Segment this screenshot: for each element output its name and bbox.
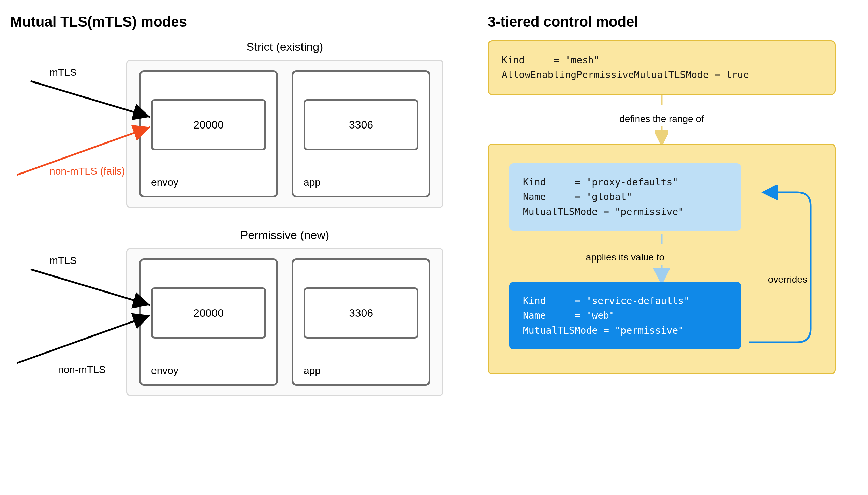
app-label-strict: app: [304, 177, 321, 188]
app-port-permissive: 3306: [304, 287, 418, 339]
app-port-strict: 3306: [304, 99, 418, 150]
arrow-mtls-label-permissive: mTLS: [49, 254, 77, 267]
pod-strict: 20000 envoy 3306 app: [126, 60, 443, 208]
right-title: 3-tiered control model: [488, 14, 836, 30]
service-defaults-box: Kind = "service-defaults" Name = "web" M…: [509, 282, 741, 349]
envoy-port-strict: 20000: [151, 99, 266, 150]
arrow-mtls-label-strict: mTLS: [49, 66, 77, 79]
flow-applies-value: applies its value to: [509, 252, 741, 263]
left-title: Mutual TLS(mTLS) modes: [10, 14, 447, 30]
arrow-nonmtls-label-strict: non-mTLS (fails): [49, 165, 125, 178]
control-model-panel: 3-tiered control model Kind = "mesh" All…: [488, 14, 836, 417]
envoy-port-permissive: 20000: [151, 287, 266, 339]
envoy-label-strict: envoy: [151, 177, 178, 188]
arrow-nonmtls-label-permissive: non-mTLS: [58, 363, 106, 376]
mode-strict: Strict (existing) 20000 envoy 3306 app: [10, 40, 447, 208]
mode-permissive-title: Permissive (new): [126, 228, 443, 242]
envoy-container-strict: 20000 envoy: [139, 70, 278, 197]
arrow-down-icon: [655, 126, 668, 144]
mode-strict-title: Strict (existing): [126, 40, 443, 54]
pod-permissive: 20000 envoy 3306 app: [126, 248, 443, 396]
arrow-down-icon: [655, 95, 668, 109]
mode-permissive: Permissive (new) 20000 envoy 3306 app: [10, 228, 447, 396]
app-container-strict: 3306 app: [292, 70, 430, 197]
override-label: overrides: [768, 274, 807, 285]
app-label-permissive: app: [304, 365, 321, 376]
mtls-modes-panel: Mutual TLS(mTLS) modes Strict (existing)…: [10, 14, 447, 417]
proxy-defaults-box: Kind = "proxy-defaults" Name = "global" …: [509, 163, 741, 231]
app-container-permissive: 3306 app: [292, 258, 430, 386]
envoy-label-permissive: envoy: [151, 365, 178, 376]
gold-outer-box: Kind = "proxy-defaults" Name = "global" …: [488, 144, 836, 374]
envoy-container-permissive: 20000 envoy: [139, 258, 278, 386]
mesh-config-box: Kind = "mesh" AllowEnablingPermissiveMut…: [488, 40, 836, 95]
flow-defines-range: defines the range of: [488, 114, 836, 124]
